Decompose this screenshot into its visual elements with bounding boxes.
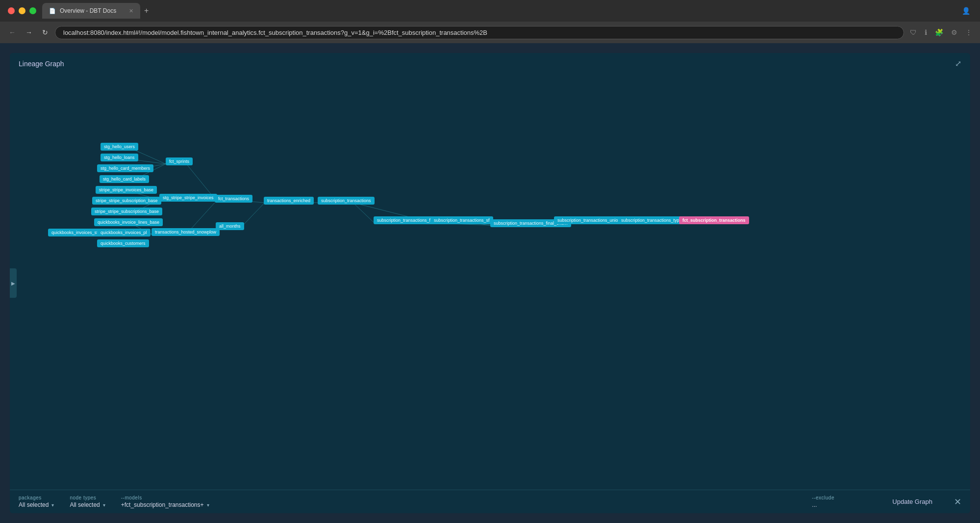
settings-icon[interactable]: ⚙	[949, 26, 959, 38]
node-all-months[interactable]: all_months	[216, 222, 244, 230]
forward-button[interactable]: →	[23, 26, 35, 38]
menu-icon[interactable]: ⋮	[963, 26, 974, 38]
node-stg-hello-loans[interactable]: stg_hello_loans	[101, 154, 138, 161]
new-tab-button[interactable]: +	[140, 4, 152, 17]
address-bar[interactable]	[55, 26, 904, 39]
models-arrow-icon: ▾	[207, 502, 209, 508]
tab-close-button[interactable]: ✕	[129, 8, 133, 14]
panel-title: Lineage Graph	[19, 60, 64, 68]
node-quickbooks-invoices-pl[interactable]: quickbooks_invoices_pl	[97, 229, 151, 236]
exclude-filter[interactable]: --exclude ...	[812, 495, 871, 508]
node-types-label: node types	[70, 495, 105, 500]
browser-chrome: 📄 Overview - DBT Docs ✕ + 👤 ← → ↻ 🛡 ℹ 🧩 …	[0, 0, 980, 43]
node-types-value: All selected	[70, 501, 100, 508]
lineage-panel: Lineage Graph ⤢ ▶	[10, 53, 970, 513]
node-fct-sprints[interactable]: fct_sprints	[166, 157, 193, 165]
node-subscription-transactions[interactable]: subscription_transactions	[318, 197, 375, 205]
browser-actions: 👤	[960, 5, 972, 17]
node-types-filter[interactable]: node types All selected ▾	[70, 495, 105, 508]
maximize-traffic-light[interactable]	[29, 7, 36, 14]
main-content: Lineage Graph ⤢ ▶	[0, 43, 980, 523]
tab-title: Overview - DBT Docs	[60, 7, 116, 14]
node-fct-transactions[interactable]: fct_transactions	[215, 195, 252, 203]
node-stg-hello-users[interactable]: stg_hello_users	[101, 143, 138, 151]
models-label: --models	[121, 495, 797, 500]
panel-header: Lineage Graph ⤢	[10, 53, 970, 74]
graph-area[interactable]: stg_hello_users stg_hello_loans stg_hell…	[10, 74, 970, 490]
traffic-lights	[8, 7, 36, 14]
node-quickbooks-invoices-sf[interactable]: quickbooks_invoices_sf	[48, 229, 101, 236]
browser-tab-active[interactable]: 📄 Overview - DBT Docs ✕	[42, 3, 140, 19]
bottom-bar: packages All selected ▾ node types All s…	[10, 490, 970, 513]
node-stg-hello-card-labels[interactable]: stg_hello_card_labels	[100, 175, 149, 183]
shield-icon: 🛡	[908, 26, 919, 38]
node-transactions-hosted-snowplow[interactable]: transactions_hosted_snowplow	[151, 228, 220, 236]
account-icon[interactable]: 👤	[960, 5, 972, 17]
packages-select[interactable]: All selected ▾	[19, 501, 54, 508]
node-stg-stripe-invoices[interactable]: stg_stripe_stripe_invoices	[159, 194, 217, 202]
tab-icon: 📄	[49, 8, 56, 14]
close-traffic-light[interactable]	[8, 7, 15, 14]
node-subscription-transactions-typed[interactable]: subscription_transactions_typed	[618, 216, 688, 224]
packages-arrow-icon: ▾	[51, 502, 54, 508]
toolbar-actions: 🛡 ℹ 🧩 ⚙ ⋮	[908, 26, 974, 38]
models-filter[interactable]: --models +fct_subscription_transactions+…	[121, 495, 797, 508]
node-stg-hello-card-members[interactable]: stg_hello_card_members	[97, 164, 153, 172]
browser-toolbar: ← → ↻ 🛡 ℹ 🧩 ⚙ ⋮	[0, 22, 980, 43]
exclude-label: --exclude	[812, 495, 871, 500]
refresh-button[interactable]: ↻	[39, 26, 51, 38]
models-value: +fct_subscription_transactions+	[121, 501, 204, 508]
node-quickbooks-customers[interactable]: quickbooks_customers	[97, 239, 149, 247]
graph-svg	[10, 74, 970, 490]
expand-button[interactable]: ⤢	[955, 59, 961, 68]
node-stripe-invoices-base[interactable]: stripe_stripe_invoices_base	[96, 186, 157, 194]
node-quickbooks-invoice-lines-base[interactable]: quickbooks_invoice_lines_base	[94, 218, 163, 226]
tab-bar: 📄 Overview - DBT Docs ✕ +	[42, 3, 960, 19]
extensions-icon[interactable]: 🧩	[933, 26, 945, 38]
node-stripe-subscriptions-base[interactable]: stripe_stripe_subscriptions_base	[91, 208, 162, 215]
packages-label: packages	[19, 495, 54, 500]
update-graph-button[interactable]: Update Graph	[886, 496, 938, 507]
exclude-select[interactable]: ...	[812, 501, 871, 508]
models-select[interactable]: +fct_subscription_transactions+ ▾	[121, 501, 797, 508]
exclude-value: ...	[812, 501, 817, 508]
info-icon: ℹ	[923, 26, 929, 38]
node-fct-subscription-transactions[interactable]: fct_subscription_transactions	[679, 216, 749, 224]
node-types-select[interactable]: All selected ▾	[70, 501, 105, 508]
browser-titlebar: 📄 Overview - DBT Docs ✕ + 👤	[0, 0, 980, 22]
back-button[interactable]: ←	[6, 26, 19, 38]
close-graph-button[interactable]: ✕	[954, 497, 961, 507]
minimize-traffic-light[interactable]	[19, 7, 25, 14]
node-types-arrow-icon: ▾	[103, 502, 105, 508]
packages-filter[interactable]: packages All selected ▾	[19, 495, 54, 508]
node-stripe-subscription-base[interactable]: stripe_stripe_subscription_base	[92, 197, 161, 205]
svg-line-16	[353, 203, 374, 222]
packages-value: All selected	[19, 501, 49, 508]
node-subscription-transactions-sf[interactable]: subscription_transactions_sf	[430, 216, 493, 224]
node-transactions-enriched[interactable]: transactions_enriched	[264, 197, 314, 205]
